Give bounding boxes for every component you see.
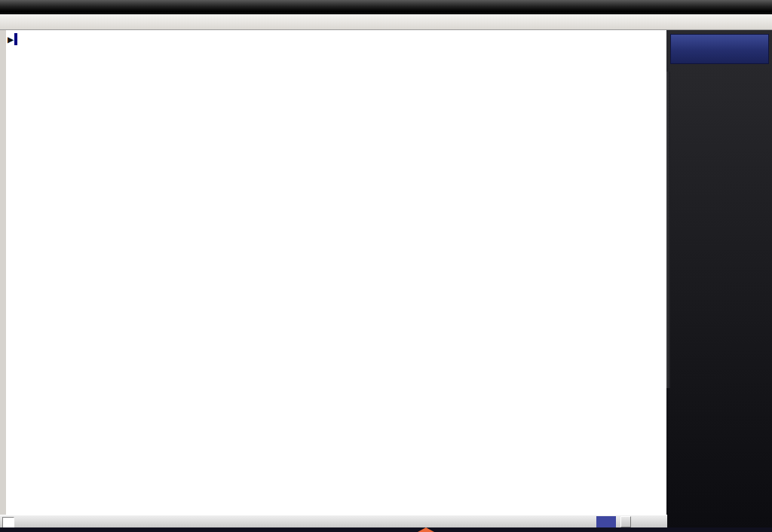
menu-bar (0, 14, 772, 30)
instrument-screen: ▶ (0, 30, 672, 515)
channel-indicator (2, 517, 14, 528)
title-bar (0, 0, 772, 14)
instrument-window: ▶ (0, 0, 772, 532)
active-trace-arrow-icon: ▶ (8, 33, 14, 45)
window-bottom-edge (0, 527, 772, 532)
status-bar (0, 515, 667, 527)
softkey-menu-title (670, 34, 769, 64)
alert-badge[interactable] (620, 516, 631, 527)
tr1-header[interactable]: ▶ (8, 33, 17, 45)
sidebar-gutter (666, 72, 670, 388)
cal-status-badge (596, 516, 616, 527)
tr1-badge (14, 33, 17, 45)
softkey-sidebar (666, 30, 772, 532)
charts-canvas (6, 30, 672, 515)
